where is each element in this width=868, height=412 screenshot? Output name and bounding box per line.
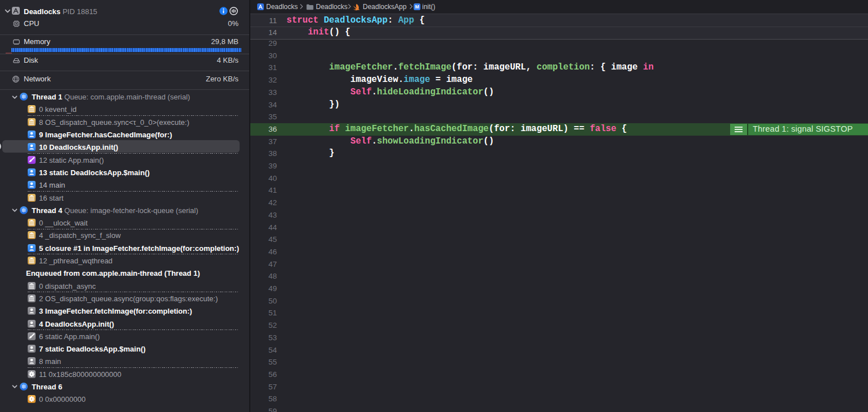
svg-text:M: M	[415, 4, 419, 10]
